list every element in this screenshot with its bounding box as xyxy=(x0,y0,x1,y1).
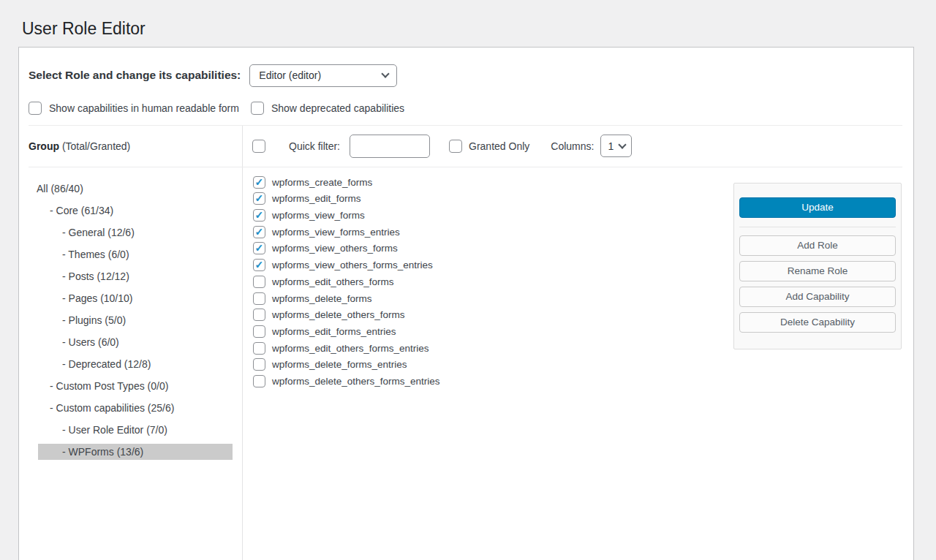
human-readable-checkbox[interactable] xyxy=(29,102,42,115)
capability-label: wpforms_edit_forms_entries xyxy=(272,326,396,337)
group-item-user-role-editor[interactable]: - User Role Editor (7/0) xyxy=(19,419,242,441)
group-item-core[interactable]: - Core (61/34) xyxy=(19,200,242,222)
group-tree: All (86/40) - Core (61/34) - General (12… xyxy=(19,167,243,560)
chevron-down-icon xyxy=(619,140,627,148)
quick-filter-label: Quick filter: xyxy=(289,140,340,152)
quick-filter-bar: Quick filter: Granted Only Columns: 1 xyxy=(243,126,913,167)
capability-label: wpforms_delete_forms xyxy=(272,293,372,304)
group-item-themes[interactable]: - Themes (6/0) xyxy=(19,243,242,265)
delete-capability-button[interactable]: Delete Capability xyxy=(739,312,896,333)
capability-label: wpforms_delete_others_forms xyxy=(272,309,405,320)
columns-select-value: 1 xyxy=(608,140,614,152)
add-role-button[interactable]: Add Role xyxy=(739,235,896,256)
update-button[interactable]: Update xyxy=(739,197,896,218)
header-band: Group (Total/Granted) Quick filter: Gran… xyxy=(19,126,913,167)
actions-panel: Update Add Role Rename Role Add Capabili… xyxy=(733,183,902,349)
granted-only-label: Granted Only xyxy=(469,140,529,152)
capability-checkbox[interactable] xyxy=(253,242,265,254)
granted-only-checkbox[interactable] xyxy=(449,140,462,153)
columns-label: Columns: xyxy=(551,140,594,152)
rename-role-button[interactable]: Rename Role xyxy=(739,261,896,281)
capability-checkbox[interactable] xyxy=(253,176,265,189)
page-title: User Role Editor xyxy=(22,18,936,40)
capability-row: wpforms_delete_forms_entries xyxy=(253,356,913,373)
role-selector-row: Select Role and change its capabilities:… xyxy=(19,48,913,93)
capability-checkbox[interactable] xyxy=(253,358,265,371)
capability-label: wpforms_edit_others_forms xyxy=(272,276,394,287)
capability-checkbox[interactable] xyxy=(253,276,265,288)
capability-label: wpforms_view_forms xyxy=(272,210,365,221)
capability-label: wpforms_view_forms_entries xyxy=(272,227,400,238)
capability-checkbox[interactable] xyxy=(253,292,265,305)
actions-separator xyxy=(739,227,896,227)
capability-checkbox[interactable] xyxy=(253,309,265,321)
capability-checkbox[interactable] xyxy=(253,192,265,205)
capability-label: wpforms_edit_others_forms_entries xyxy=(272,343,429,354)
add-capability-button[interactable]: Add Capability xyxy=(739,287,896,307)
group-item-custom-capabilities[interactable]: - Custom capabilities (25/6) xyxy=(19,397,242,419)
capability-label: wpforms_view_others_forms_entries xyxy=(272,260,433,270)
group-header-rest: (Total/Granted) xyxy=(59,140,130,152)
deprecated-label: Show deprecated capabilities xyxy=(271,102,404,114)
quick-filter-input[interactable] xyxy=(350,135,430,158)
group-item-plugins[interactable]: - Plugins (5/0) xyxy=(19,309,242,331)
group-item-wpforms[interactable]: - WPForms (13/6) xyxy=(19,441,242,463)
content-band: All (86/40) - Core (61/34) - General (12… xyxy=(19,167,913,560)
capability-label: wpforms_delete_others_forms_entries xyxy=(272,376,440,387)
role-select[interactable]: Editor (editor) xyxy=(249,64,397,87)
capabilities-column: wpforms_create_forms wpforms_edit_forms … xyxy=(243,167,913,560)
group-header-bold: Group xyxy=(29,140,59,152)
capability-row: wpforms_delete_others_forms_entries xyxy=(253,373,913,390)
select-all-checkbox[interactable] xyxy=(252,140,265,153)
option-human-readable: Show capabilities in human readable form xyxy=(29,102,239,115)
group-item-posts[interactable]: - Posts (12/12) xyxy=(19,265,242,287)
capability-checkbox[interactable] xyxy=(253,209,265,222)
capability-checkbox[interactable] xyxy=(253,342,265,355)
user-role-editor-panel: Select Role and change its capabilities:… xyxy=(18,47,914,560)
human-readable-label: Show capabilities in human readable form xyxy=(49,102,239,114)
capability-checkbox[interactable] xyxy=(253,226,265,238)
group-item-custom-post-types[interactable]: - Custom Post Types (0/0) xyxy=(19,375,242,397)
deprecated-checkbox[interactable] xyxy=(251,102,264,115)
capability-label: wpforms_delete_forms_entries xyxy=(272,359,407,370)
columns-select[interactable]: 1 xyxy=(600,135,632,157)
role-selector-label: Select Role and change its capabilities: xyxy=(29,69,241,82)
group-item-users[interactable]: - Users (6/0) xyxy=(19,331,242,353)
group-item-pages[interactable]: - Pages (10/10) xyxy=(19,287,242,309)
group-item-general[interactable]: - General (12/6) xyxy=(19,222,242,243)
capability-label: wpforms_edit_forms xyxy=(272,193,361,204)
group-item-deprecated[interactable]: - Deprecated (12/8) xyxy=(19,353,242,375)
group-column-header: Group (Total/Granted) xyxy=(19,126,243,167)
display-options-row: Show capabilities in human readable form… xyxy=(19,93,913,125)
capability-checkbox[interactable] xyxy=(253,325,265,338)
chevron-down-icon xyxy=(382,70,390,78)
capability-label: wpforms_view_others_forms xyxy=(272,243,398,254)
capability-label: wpforms_create_forms xyxy=(272,177,372,188)
role-select-value: Editor (editor) xyxy=(259,69,321,81)
capability-checkbox[interactable] xyxy=(253,375,265,387)
option-deprecated: Show deprecated capabilities xyxy=(251,102,404,115)
capability-checkbox[interactable] xyxy=(253,259,265,271)
group-item-all[interactable]: All (86/40) xyxy=(19,178,242,200)
